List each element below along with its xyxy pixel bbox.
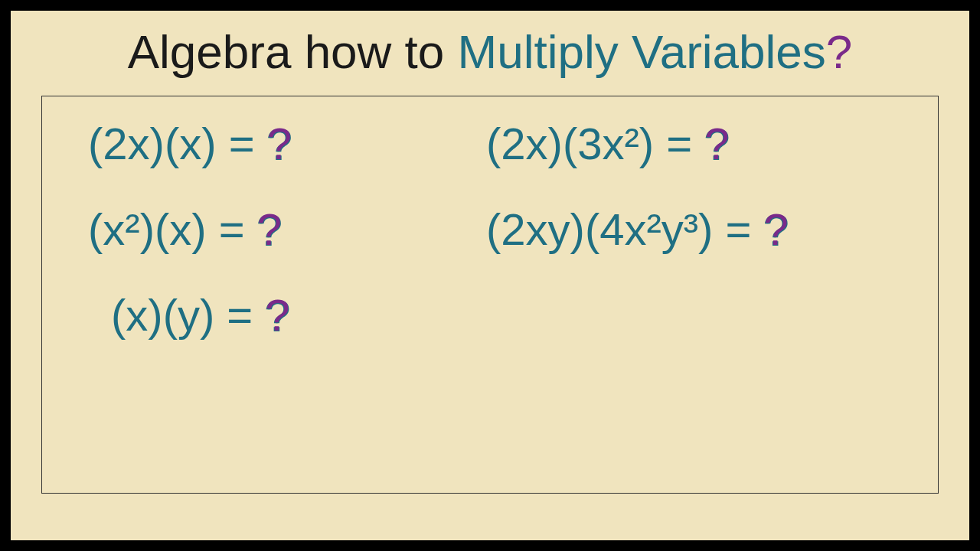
title-part3: ?: [826, 25, 852, 78]
question-mark-icon: ?: [257, 204, 282, 254]
problem-2: (2x)(3x²) = ?: [486, 119, 915, 168]
problem-row-2: (x²)(x) = ? (2xy)(4x²y³) = ?: [88, 205, 915, 254]
card: Algebra how to Multiply Variables? (2x)(…: [11, 11, 969, 540]
title-part1: Algebra how to: [128, 25, 458, 78]
page-title: Algebra how to Multiply Variables?: [41, 24, 939, 79]
problem-1-lhs: (2x)(x) =: [88, 119, 267, 168]
problem-row-1: (2x)(x) = ? (2x)(3x²) = ?: [88, 119, 915, 168]
problems-box: (2x)(x) = ? (2x)(3x²) = ? (x²)(x) = ?: [41, 96, 939, 494]
problem-4: (2xy)(4x²y³) = ?: [486, 205, 915, 254]
problem-1: (2x)(x) = ?: [88, 119, 486, 168]
question-mark-icon: ?: [265, 290, 289, 340]
question-mark-icon: ?: [704, 119, 729, 168]
problem-3: (x²)(x) = ?: [88, 205, 486, 254]
question-mark-icon: ?: [764, 204, 789, 254]
problem-row-3: (x)(y) = ?: [88, 291, 915, 340]
title-part2: Multiply Variables: [458, 25, 826, 78]
problem-3-lhs: (x²)(x) =: [88, 204, 257, 254]
problem-5-lhs: (x)(y) =: [111, 290, 265, 340]
question-mark-icon: ?: [267, 119, 292, 168]
problem-4-lhs: (2xy)(4x²y³) =: [486, 204, 764, 254]
problem-2-lhs: (2x)(3x²) =: [486, 119, 704, 168]
outer-frame: Algebra how to Multiply Variables? (2x)(…: [0, 0, 980, 551]
problem-5: (x)(y) = ?: [111, 291, 486, 340]
